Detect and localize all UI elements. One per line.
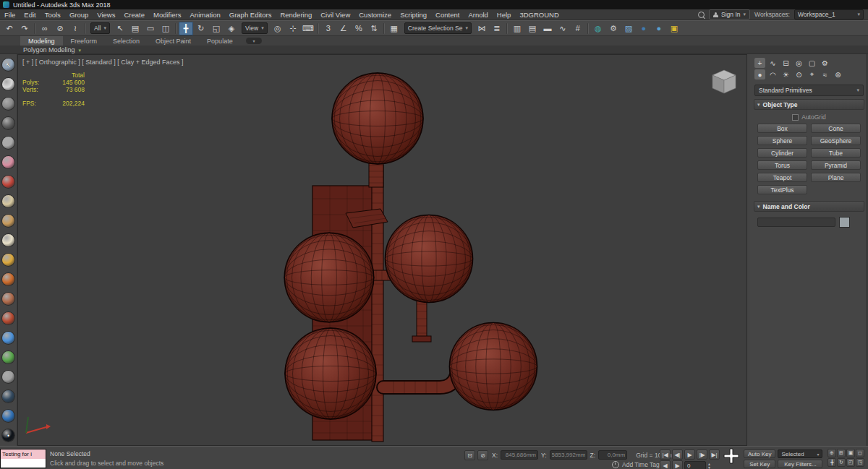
menu-customize[interactable]: Customize xyxy=(354,9,396,20)
menu-graph-editors[interactable]: Graph Editors xyxy=(225,9,276,20)
sphere-middle[interactable] xyxy=(385,215,472,302)
add-time-tag-button[interactable]: Add Time Tag xyxy=(622,461,660,468)
lamp-model[interactable] xyxy=(284,73,537,442)
isolate-selection-toggle[interactable]: ⊡ xyxy=(464,450,475,460)
key-step-forward-button[interactable]: ▶ xyxy=(672,460,683,469)
left-tool-silver-sphere-icon[interactable] xyxy=(2,371,14,383)
material-editor-button[interactable]: ◍ xyxy=(591,22,605,35)
maximize-viewport-toggle[interactable]: ◳ xyxy=(856,458,864,467)
hierarchy-tab[interactable]: ⊟ xyxy=(780,58,791,68)
helpers-category-tab[interactable]: ⌖ xyxy=(807,69,817,79)
scene-canvas[interactable] xyxy=(17,54,747,446)
pan-view-button[interactable]: ╋ xyxy=(827,458,836,467)
key-filters-button[interactable]: Key Filters... xyxy=(778,460,822,468)
sphere-bottom-left[interactable] xyxy=(285,328,376,419)
menu-create[interactable]: Create xyxy=(119,9,149,20)
current-frame-field[interactable] xyxy=(684,461,706,469)
object-color-swatch[interactable] xyxy=(839,217,850,228)
render-production-button[interactable]: ● xyxy=(637,22,651,35)
sign-in-button[interactable]: Sign In xyxy=(709,9,750,20)
use-pivot-point-center-button[interactable]: ◎ xyxy=(271,22,285,35)
left-tool-green-sphere-icon[interactable] xyxy=(2,351,14,363)
selection-filter-dropdown[interactable]: All xyxy=(90,22,110,34)
previous-frame-button[interactable]: ◀| xyxy=(672,449,683,460)
left-tool-pink-sphere-icon[interactable] xyxy=(2,156,14,168)
sphere-top[interactable] xyxy=(332,73,423,164)
toggle-ribbon-button[interactable]: ▬ xyxy=(540,22,555,35)
zoom-all-button[interactable]: ⊞ xyxy=(837,449,846,457)
viewcube[interactable] xyxy=(710,69,739,99)
menu-3dground[interactable]: 3DGROUND xyxy=(515,9,563,20)
modify-tab[interactable]: ∿ xyxy=(767,58,778,68)
select-and-link-button[interactable]: ∞ xyxy=(38,22,52,35)
left-tool-panel-icon[interactable] xyxy=(2,98,14,110)
tab-freeform[interactable]: Freeform xyxy=(63,36,106,46)
named-selection-sets-dropdown[interactable]: Create Selection Se xyxy=(404,22,472,34)
percent-snap-toggle[interactable]: % xyxy=(352,22,366,35)
bind-to-space-warp-button[interactable]: ≀ xyxy=(68,22,82,35)
autogrid-toggle[interactable]: AutoGrid xyxy=(750,113,868,121)
create-tab[interactable]: + xyxy=(754,58,765,68)
primitive-category-dropdown[interactable]: Standard Primitives xyxy=(754,85,864,96)
left-tool-pointer-icon[interactable]: ↖ xyxy=(2,59,14,71)
snaps-toggle-3d[interactable]: 3 xyxy=(321,22,336,35)
menu-edit[interactable]: Edit xyxy=(20,9,40,20)
left-tool-red-sphere-icon[interactable] xyxy=(2,176,14,188)
zoom-extents-button[interactable]: ▣ xyxy=(846,449,855,457)
cameras-category-tab[interactable]: ⊙ xyxy=(793,69,804,79)
object-type-button-cylinder[interactable]: Cylinder xyxy=(757,148,807,158)
viewport[interactable]: [ + ] [ Orthographic ] [ Standard ] [ Cl… xyxy=(17,54,747,446)
zoom-button[interactable]: ⊕ xyxy=(827,449,836,457)
reference-coordinate-system-dropdown[interactable]: View xyxy=(242,22,268,34)
y-coordinate-field[interactable] xyxy=(550,450,587,460)
frame-spinner[interactable]: ▲▼ xyxy=(707,462,711,469)
left-tool-blue-dot-icon[interactable] xyxy=(2,410,14,422)
tab-selection[interactable]: Selection xyxy=(105,36,148,46)
go-to-end-button[interactable]: ▶| xyxy=(709,449,720,460)
macro-recorder-line[interactable]: Testing for i xyxy=(1,449,46,459)
sphere-right[interactable] xyxy=(449,322,537,410)
search-icon[interactable] xyxy=(698,12,705,18)
x-coordinate-field[interactable] xyxy=(501,450,538,460)
spinner-snap-toggle[interactable]: ⇅ xyxy=(367,22,381,35)
motion-tab[interactable]: ◎ xyxy=(793,58,804,68)
select-and-scale-button[interactable]: ◱ xyxy=(209,22,224,35)
maxscript-mini-listener[interactable]: Testing for i xyxy=(0,449,46,468)
tab-modeling[interactable]: Modeling xyxy=(20,36,63,46)
window-crossing-toggle[interactable]: ◫ xyxy=(158,22,173,35)
viewport-label[interactable]: [ + ] [ Orthographic ] [ Standard ] [ Cl… xyxy=(22,59,184,66)
select-object-button[interactable]: ↖ xyxy=(113,22,127,35)
spinner-up-icon[interactable]: ▲ xyxy=(707,462,711,465)
render-iterative-button[interactable]: ● xyxy=(652,22,666,35)
left-tool-gray-sphere-icon[interactable] xyxy=(2,137,14,149)
systems-category-tab[interactable]: ⊛ xyxy=(833,69,843,79)
curve-editor-button[interactable]: ∿ xyxy=(556,22,570,35)
object-type-button-geosphere[interactable]: GeoSphere xyxy=(811,136,861,145)
left-tool-cream-sphere-icon[interactable] xyxy=(2,234,14,246)
angle-snap-toggle[interactable]: ∠ xyxy=(336,22,351,35)
left-tool-active-icon[interactable]: • xyxy=(2,429,14,442)
render-setup-button[interactable]: ⚙ xyxy=(606,22,621,35)
left-tool-dots-icon[interactable] xyxy=(2,293,14,305)
select-and-manipulate-button[interactable]: ⊹ xyxy=(286,22,300,35)
object-type-button-sphere[interactable]: Sphere xyxy=(757,136,807,145)
object-type-button-box[interactable]: Box xyxy=(757,124,807,133)
left-tool-tan-sphere-icon[interactable] xyxy=(2,215,14,227)
menu-content[interactable]: Content xyxy=(431,9,464,20)
undo-button[interactable]: ↶ xyxy=(2,22,17,35)
rectangular-selection-region-button[interactable]: ▭ xyxy=(143,22,158,35)
tab-populate[interactable]: Populate xyxy=(199,36,241,46)
next-frame-button[interactable]: |▶ xyxy=(697,449,707,460)
ribbon-config-button[interactable]: ▾ xyxy=(246,38,262,44)
menu-scripting[interactable]: Scripting xyxy=(396,9,431,20)
model-post[interactable] xyxy=(372,165,383,442)
object-type-rollout-header[interactable]: Object Type xyxy=(754,99,864,110)
tab-object-paint[interactable]: Object Paint xyxy=(148,36,199,46)
play-animation-button[interactable]: ▶ xyxy=(684,449,695,460)
rendered-frame-window-button[interactable]: ▨ xyxy=(621,22,636,35)
left-tool-navy-sphere-icon[interactable] xyxy=(2,390,14,403)
go-to-start-button[interactable]: |◀ xyxy=(660,449,671,460)
object-type-button-torus[interactable]: Torus xyxy=(757,160,807,170)
menu-help[interactable]: Help xyxy=(493,9,516,20)
orbit-button[interactable]: ↻ xyxy=(837,458,846,467)
